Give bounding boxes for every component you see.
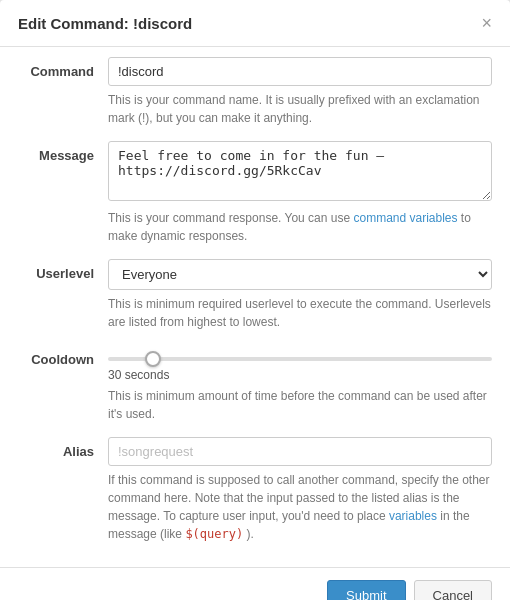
submit-button[interactable]: Submit [327, 580, 405, 600]
cooldown-content: 30 seconds This is minimum amount of tim… [108, 345, 492, 423]
alias-row: Alias If this command is supposed to cal… [18, 437, 492, 543]
variables-link[interactable]: variables [389, 509, 437, 523]
modal-header: Edit Command: !discord × [0, 0, 510, 47]
message-hint: This is your command response. You can u… [108, 209, 492, 245]
alias-input[interactable] [108, 437, 492, 466]
alias-hint-3: ). [243, 527, 254, 541]
userlevel-hint: This is minimum required userlevel to ex… [108, 295, 492, 331]
message-textarea[interactable] [108, 141, 492, 201]
command-content: This is your command name. It is usually… [108, 57, 492, 127]
message-hint-before: This is your command response. You can u… [108, 211, 353, 225]
cooldown-value: 30 seconds [108, 368, 492, 382]
command-row: Command This is your command name. It is… [18, 57, 492, 127]
cooldown-hint: This is minimum amount of time before th… [108, 387, 492, 423]
message-row: Message This is your command response. Y… [18, 141, 492, 245]
cooldown-row: Cooldown 30 seconds This is minimum amou… [18, 345, 492, 423]
message-content: This is your command response. You can u… [108, 141, 492, 245]
cancel-button[interactable]: Cancel [414, 580, 492, 600]
cooldown-slider-container: 30 seconds [108, 345, 492, 382]
close-button[interactable]: × [481, 14, 492, 32]
alias-label: Alias [18, 437, 108, 459]
userlevel-row: Userlevel Everyone Subscriber Moderator … [18, 259, 492, 331]
command-variables-link[interactable]: command variables [353, 211, 457, 225]
alias-hint-code: $(query) [185, 527, 243, 541]
edit-command-modal: Edit Command: !discord × Command This is… [0, 0, 510, 600]
userlevel-label: Userlevel [18, 259, 108, 281]
command-label: Command [18, 57, 108, 79]
command-input[interactable] [108, 57, 492, 86]
userlevel-content: Everyone Subscriber Moderator Editor Bro… [108, 259, 492, 331]
userlevel-select[interactable]: Everyone Subscriber Moderator Editor Bro… [108, 259, 492, 290]
alias-hint: If this command is supposed to call anot… [108, 471, 492, 543]
command-hint: This is your command name. It is usually… [108, 91, 492, 127]
alias-content: If this command is supposed to call anot… [108, 437, 492, 543]
cooldown-label: Cooldown [18, 345, 108, 367]
modal-title: Edit Command: !discord [18, 15, 192, 32]
message-label: Message [18, 141, 108, 163]
cooldown-slider[interactable] [108, 357, 492, 361]
modal-body: Command This is your command name. It is… [0, 47, 510, 567]
modal-footer: Submit Cancel [0, 567, 510, 600]
